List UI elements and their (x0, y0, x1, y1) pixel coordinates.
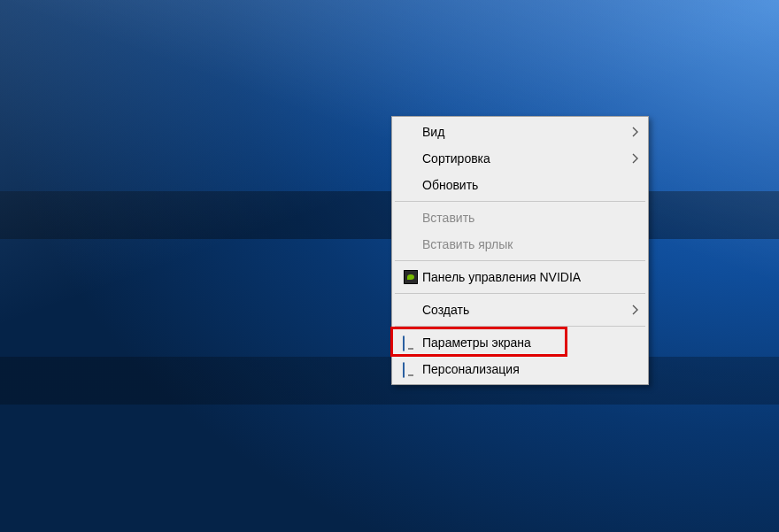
menu-separator (395, 260, 645, 261)
display-icon (399, 336, 422, 349)
menu-item-label: Вид (422, 125, 625, 139)
menu-item-personalize[interactable]: Персонализация (394, 356, 646, 382)
nvidia-icon (399, 270, 422, 284)
desktop-background[interactable] (0, 0, 779, 532)
menu-item-paste: Вставить (394, 204, 646, 231)
menu-separator (395, 326, 645, 327)
menu-item-nvidia[interactable]: Панель управления NVIDIA (394, 264, 646, 290)
chevron-right-icon (625, 153, 639, 164)
menu-item-label: Параметры экрана (422, 335, 625, 350)
menu-item-label: Создать (422, 303, 625, 317)
menu-item-sort[interactable]: Сортировка (394, 145, 646, 172)
menu-item-label: Вставить ярлык (422, 237, 625, 251)
menu-item-paste-shortcut: Вставить ярлык (394, 231, 646, 258)
menu-item-label: Вставить (422, 211, 625, 225)
menu-separator (395, 201, 645, 202)
menu-separator (395, 293, 645, 294)
menu-item-refresh[interactable]: Обновить (394, 172, 646, 198)
desktop-context-menu: Вид Сортировка Обновить Вставить Вставит… (391, 116, 649, 385)
menu-item-new[interactable]: Создать (394, 297, 646, 323)
menu-item-label: Обновить (422, 178, 625, 192)
menu-item-label: Панель управления NVIDIA (422, 270, 625, 284)
menu-item-display-settings[interactable]: Параметры экрана (394, 329, 646, 356)
personalize-icon (399, 363, 422, 375)
chevron-right-icon (625, 127, 639, 137)
menu-item-view[interactable]: Вид (394, 119, 646, 145)
chevron-right-icon (625, 305, 639, 315)
menu-item-label: Сортировка (422, 151, 625, 166)
menu-item-label: Персонализация (422, 362, 625, 376)
